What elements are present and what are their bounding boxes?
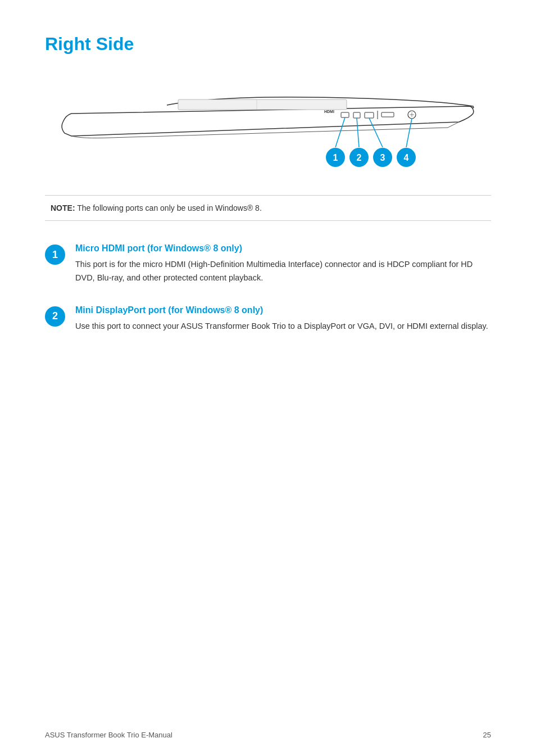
svg-text:4: 4 (404, 153, 409, 162)
svg-rect-5 (365, 112, 374, 118)
svg-rect-0 (178, 99, 347, 110)
item-title-2: Mini DisplayPort port (for Windows® 8 on… (75, 305, 491, 315)
svg-rect-4 (353, 112, 360, 118)
item-description-2: Use this port to connect your ASUS Trans… (75, 320, 491, 333)
svg-rect-3 (341, 112, 349, 117)
item-content-1: Micro HDMI port (for Windows® 8 only) Th… (75, 243, 491, 285)
laptop-diagram: HDMI (45, 77, 491, 178)
item-description-1: This port is for the micro HDMI (High-De… (75, 258, 491, 285)
item-row-2: 2 Mini DisplayPort port (for Windows® 8 … (45, 305, 491, 333)
item-title-1: Micro HDMI port (for Windows® 8 only) (75, 243, 491, 253)
item-number-1: 1 (45, 245, 65, 265)
footer-text: ASUS Transformer Book Trio E-Manual (45, 731, 172, 739)
page-number: 25 (483, 731, 491, 739)
page-footer: ASUS Transformer Book Trio E-Manual 25 (45, 731, 491, 739)
svg-text:1: 1 (333, 153, 338, 162)
svg-text:2: 2 (357, 153, 362, 162)
note-text: The following ports can only be used in … (75, 203, 262, 212)
page-title: Right Side (45, 34, 491, 55)
svg-text:3: 3 (380, 153, 385, 162)
note-bold: NOTE: (51, 203, 75, 212)
svg-rect-7 (381, 112, 394, 117)
item-row-1: 1 Micro HDMI port (for Windows® 8 only) … (45, 243, 491, 285)
note-box: NOTE: The following ports can only be us… (45, 195, 491, 221)
svg-text:HDMI: HDMI (324, 110, 334, 114)
items-section: 1 Micro HDMI port (for Windows® 8 only) … (45, 243, 491, 333)
item-content-2: Mini DisplayPort port (for Windows® 8 on… (75, 305, 491, 333)
item-number-2: 2 (45, 306, 65, 327)
